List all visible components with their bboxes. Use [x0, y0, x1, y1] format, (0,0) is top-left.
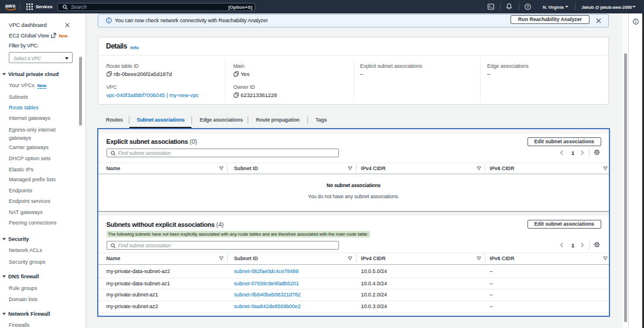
- svg-text:aws: aws: [5, 2, 16, 9]
- svg-text:?: ?: [526, 4, 529, 8]
